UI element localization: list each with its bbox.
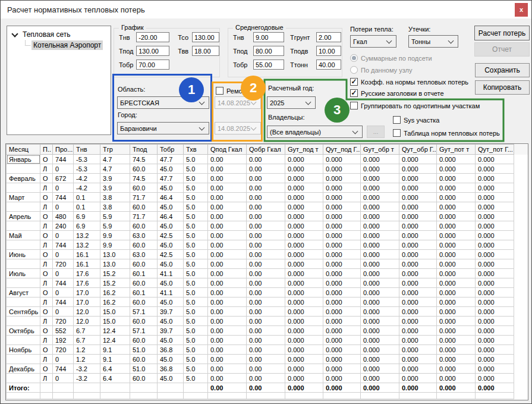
table-header-row[interactable]: МесяцП..Про...ТнвТгрТподТобрТхвQпод Гкал… [7,145,529,155]
table-row[interactable]: АпрельО4806.95.971.746.45.00.000.000.000… [7,212,529,221]
column-header[interactable]: Тгр [100,145,130,155]
table-row[interactable]: Л0-3.26.460.045.05.00.000.000.0000.0000.… [7,374,529,383]
field-input[interactable] [136,32,169,42]
field-input[interactable] [192,32,219,42]
field-input[interactable] [316,46,341,56]
table-cell: 0.000 [285,326,323,336]
table-cell: 0.000 [437,364,476,374]
checkbox-russian-headers[interactable]: ✓Русские заголовки в отчете [350,89,444,97]
table-row[interactable]: СентябрьО012.015.057.139.75.00.000.000.0… [7,307,529,317]
table-cell: 0.000 [285,155,323,164]
column-header[interactable]: Qут_пот Г... [476,145,514,155]
column-header[interactable]: Тхв [184,145,208,155]
table-row[interactable]: Л01.29.160.045.05.00.000.000.0000.0000.0… [7,355,529,364]
table-row[interactable]: МайО013.29.963.042.55.00.000.000.0000.00… [7,231,529,240]
field-input[interactable] [136,59,169,70]
table-cell: 6.7 [74,336,100,345]
calc-year-select[interactable]: 2025 [267,96,316,109]
field-input[interactable] [316,32,341,42]
repair-date-to[interactable]: 14.08.2025 [215,122,261,134]
report-button[interactable]: Отчет [474,42,530,57]
field-input[interactable] [253,32,284,42]
table-cell: 60.0 [130,336,158,345]
table-cell [514,393,529,399]
table-row[interactable]: МартО7440.13.871.746.45.00.000.000.0000.… [7,193,529,202]
table-row[interactable]: Л1926.712.460.045.05.00.000.000.0000.000… [7,336,529,345]
column-header[interactable]: Qпод Гкал [208,145,247,155]
table-row[interactable]: ФевральО672-4.23.974.547.75.00.000.000.0… [7,174,529,183]
checkbox-group-similar-sections[interactable]: Группировать по однотипным участкам [350,102,480,109]
column-header[interactable]: Qут_обр Г... [399,145,437,155]
table-cell: 0.00 [208,259,247,269]
table-row[interactable]: НоябрьО7201.29.151.036.85.00.000.000.000… [7,345,529,355]
network-tree: Тепловая сеть Котельная Аэропорт [7,26,111,135]
field-input[interactable] [253,46,284,56]
leaks-units-select[interactable]: Тонны [408,35,458,48]
owners-browse-button[interactable]: ... [367,126,385,138]
table-cell: Л [40,374,53,383]
table-row[interactable]: Л72012.015.060.045.05.00.000.000.0000.00… [7,317,529,326]
column-header[interactable]: Тнв [74,145,100,155]
column-header[interactable]: Qобр Гкал [247,145,285,155]
field-input[interactable] [136,46,169,56]
tree-item-boiler[interactable]: Котельная Аэропорт [7,40,111,51]
field-label: Тобр [233,61,253,68]
checkbox-loss-norm-table[interactable]: Таблица норм тепловых потерь [393,129,500,137]
column-header[interactable]: Gут_пот т [437,145,476,155]
column-header[interactable]: Тпод [130,145,158,155]
column-header[interactable]: Про... [53,145,74,155]
table-row[interactable]: Л74417.016.260.045.05.00.000.000.0000.00… [7,297,529,307]
table-cell [7,374,40,383]
column-header[interactable]: Gут_обр т [361,145,399,155]
table-row[interactable]: Л0-5.34.760.045.05.00.000.000.0000.0000.… [7,164,529,174]
table-row[interactable]: ДекабрьО744-3.26.451.036.85.00.000.000.0… [7,364,529,374]
copy-button[interactable]: Копировать [475,80,530,95]
checkbox-sys-sections[interactable]: Sys участка [393,116,439,124]
table-row[interactable]: ИюльО017.615.260.141.15.00.000.000.0000.… [7,269,529,278]
field-input[interactable] [253,59,284,70]
table-cell: 36.8 [158,364,184,374]
field-label: Тнв [119,34,136,41]
field-input[interactable] [192,46,219,56]
table-cell: 0.000 [437,269,476,278]
city-select[interactable]: Барановичи [117,122,209,134]
tree-item-network[interactable]: Тепловая сеть [7,29,111,40]
checkbox-loss-norm-coeff[interactable]: ✓Коэфф. на нормы тепловых потерь [350,78,468,86]
table-cell: 0.000 [323,355,361,364]
table-cell: 0.00 [247,269,285,278]
save-button[interactable]: Сохранить [475,63,530,77]
column-header[interactable]: Gут_под т [285,145,323,155]
table-row[interactable]: Л0-4.23.960.045.05.00.000.000.0000.0000.… [7,183,529,193]
table-cell: 5.0 [184,259,208,269]
radio-subnet-total: Суммарные по подсети [350,54,432,62]
table-row[interactable]: Л2406.95.960.045.05.00.000.000.0000.0000… [7,221,529,231]
field-input[interactable] [316,59,341,70]
heat-loss-units-select[interactable]: Гкал [350,35,396,48]
table-cell: Л [40,221,53,231]
table-cell: О [40,307,53,317]
table-row[interactable]: Л00.13.860.045.05.00.000.000.0000.0000.0… [7,202,529,212]
table-row[interactable]: ЯнварьО744-5.34.774.547.75.00.000.000.00… [7,155,529,164]
table-cell: 0.00 [247,212,285,221]
column-header[interactable]: Qут_под Г... [323,145,361,155]
column-header[interactable]: Месяц [7,145,40,155]
table-row[interactable]: Л74417.615.260.045.05.00.000.000.0000.00… [7,278,529,288]
table-cell: 0.000 [285,240,323,250]
table-row[interactable]: ИюньО016.113.063.042.55.00.000.000.0000.… [7,250,529,259]
column-header[interactable]: Тобр [158,145,184,155]
owners-select[interactable]: (Все владельцы) [267,126,363,138]
table-cell: 4.7 [100,155,130,164]
table-row[interactable]: ОктябрьО5526.712.457.139.75.00.000.000.0… [7,326,529,336]
table-cell: 0.000 [323,297,361,307]
table-cell: 0.000 [361,269,399,278]
table-row[interactable]: Л72016.113.060.045.05.00.000.000.0000.00… [7,259,529,269]
table-row[interactable]: Л74413.29.960.045.05.00.000.000.0000.000… [7,240,529,250]
table-cell: Л [40,297,53,307]
table-cell [208,393,247,399]
table-cell: 39.7 [158,307,184,317]
table-cell: 3.8 [100,193,130,202]
column-header[interactable]: П.. [40,145,53,155]
close-button[interactable]: x [515,3,528,17]
calculate-losses-button[interactable]: Расчет потерь [474,26,530,40]
table-row[interactable]: АвгустО017.016.260.141.15.00.000.000.000… [7,288,529,297]
